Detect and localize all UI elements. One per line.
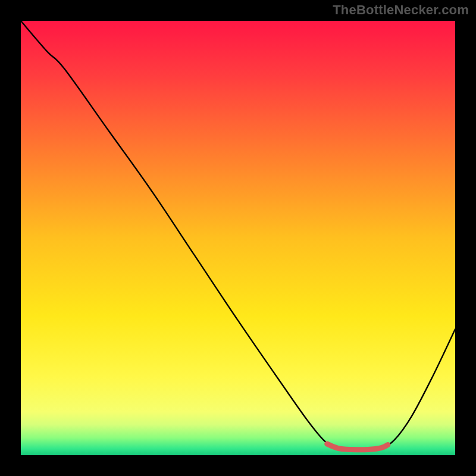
gradient-background <box>21 21 455 455</box>
bottleneck-curve-chart <box>21 21 455 455</box>
watermark-text: TheBottleNecker.com <box>333 2 469 18</box>
chart-container: TheBottleNecker.com <box>0 0 476 476</box>
plot-area <box>21 21 455 455</box>
